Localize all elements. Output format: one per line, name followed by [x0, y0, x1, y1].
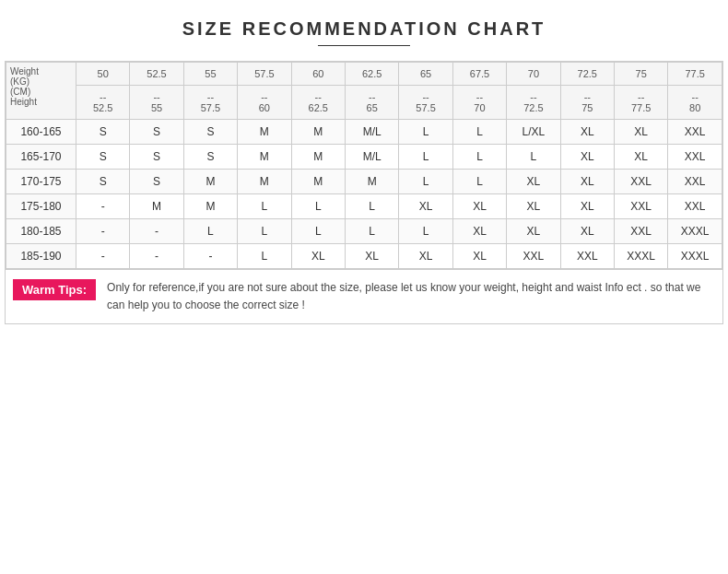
size-cell: L: [452, 145, 506, 170]
size-cell: L: [399, 170, 452, 194]
weight-col-4-top: 57.5: [238, 63, 291, 86]
title-divider: [318, 45, 410, 46]
weight-col-8-top: 67.5: [452, 63, 506, 86]
height-label: 185-190: [6, 244, 76, 269]
size-cell: XL: [399, 194, 452, 219]
size-cell: -: [76, 244, 129, 269]
header-row-2: --52.5 --55 --57.5 --60 --62.5 --65 --57…: [6, 86, 722, 120]
size-cell: S: [76, 170, 129, 194]
size-cell: XL: [615, 145, 668, 170]
weight-col-4-bottom: --60: [238, 86, 291, 120]
size-cell: L: [238, 244, 291, 269]
height-label: 180-185: [6, 219, 76, 244]
size-cell: M: [238, 170, 291, 194]
size-cell: M: [183, 170, 237, 194]
weight-col-6-bottom: --65: [345, 86, 398, 120]
corner-kg-label: (KG): [10, 76, 29, 87]
size-cell: -: [130, 244, 183, 269]
corner-cm-label: (CM): [10, 87, 30, 97]
table-row: 175-180-MMLLLXLXLXLXLXXLXXL: [6, 194, 722, 219]
table-row: 180-185--LLLLLXLXLXLXXLXXXL: [6, 219, 722, 244]
size-cell: -: [76, 194, 129, 219]
size-cell: L: [399, 219, 452, 244]
size-cell: XL: [560, 170, 614, 194]
size-cell: L: [238, 194, 291, 219]
size-cell: L: [507, 145, 560, 170]
weight-col-2-top: 52.5: [130, 63, 183, 86]
size-cell: M: [183, 194, 237, 219]
size-cell: M: [130, 194, 183, 219]
table-row: 160-165SSSMMM/LLLL/XLXLXLXXL: [6, 120, 722, 145]
size-cell: XXL: [615, 219, 668, 244]
size-cell: XL: [560, 219, 614, 244]
size-cell: XXL: [668, 170, 722, 194]
weight-col-3-top: 55: [183, 63, 237, 86]
size-cell: XXL: [668, 145, 722, 170]
page-title: SIZE RECOMMENDATION CHART: [182, 18, 546, 40]
header-row-1: Weight (KG) (CM) Height 50 52.5 55 57.5 …: [6, 63, 722, 86]
size-cell: L: [238, 219, 291, 244]
weight-col-12-bottom: --80: [668, 86, 722, 120]
size-cell: L: [345, 219, 398, 244]
size-cell: L: [452, 120, 506, 145]
corner-weight-label: Weight: [10, 66, 39, 76]
weight-col-9-bottom: --72.5: [507, 86, 560, 120]
size-cell: S: [130, 120, 183, 145]
size-cell: S: [76, 145, 129, 170]
size-cell: XXL: [668, 120, 722, 145]
weight-col-7-bottom: --57.5: [399, 86, 452, 120]
size-cell: -: [76, 219, 129, 244]
weight-col-1-top: 50: [76, 63, 129, 86]
height-label: 175-180: [6, 194, 76, 219]
size-cell: L: [291, 194, 345, 219]
size-cell: XXL: [668, 194, 722, 219]
size-cell: L: [399, 145, 452, 170]
size-cell: L: [345, 194, 398, 219]
size-cell: XL: [507, 219, 560, 244]
weight-col-7-top: 65: [399, 63, 452, 86]
size-cell: XXXL: [615, 244, 668, 269]
warm-tips-row: Warm Tips: Only for reference,if you are…: [5, 270, 723, 324]
weight-col-10-bottom: --75: [560, 86, 614, 120]
size-cell: M: [238, 145, 291, 170]
size-cell: M: [291, 170, 345, 194]
size-cell: XL: [452, 194, 506, 219]
size-cell: XL: [560, 145, 614, 170]
weight-col-10-top: 72.5: [560, 63, 614, 86]
size-cell: M: [238, 120, 291, 145]
size-cell: XL: [399, 244, 452, 269]
weight-col-11-top: 75: [615, 63, 668, 86]
size-cell: M: [291, 145, 345, 170]
size-cell: M: [291, 120, 345, 145]
weight-col-6-top: 62.5: [345, 63, 398, 86]
table-body: 160-165SSSMMM/LLLL/XLXLXLXXL165-170SSSMM…: [6, 120, 722, 269]
size-chart-table: Weight (KG) (CM) Height 50 52.5 55 57.5 …: [6, 62, 722, 269]
weight-col-11-bottom: --77.5: [615, 86, 668, 120]
height-label: 165-170: [6, 145, 76, 170]
size-cell: XL: [452, 244, 506, 269]
weight-col-5-top: 60: [291, 63, 345, 86]
weight-col-9-top: 70: [507, 63, 560, 86]
size-cell: S: [130, 145, 183, 170]
size-cell: L/XL: [507, 120, 560, 145]
size-cell: XXXL: [668, 244, 722, 269]
size-cell: M: [345, 170, 398, 194]
size-cell: XXL: [615, 170, 668, 194]
size-cell: S: [183, 145, 237, 170]
table-row: 170-175SSMMMMLLXLXLXXLXXL: [6, 170, 722, 194]
size-cell: S: [183, 120, 237, 145]
weight-col-8-bottom: --70: [452, 86, 506, 120]
table-row: 185-190---LXLXLXLXLXXLXXLXXXLXXXL: [6, 244, 722, 269]
size-cell: XL: [560, 194, 614, 219]
height-label: 170-175: [6, 170, 76, 194]
weight-col-1-bottom: --52.5: [76, 86, 129, 120]
size-cell: -: [183, 244, 237, 269]
size-cell: XXL: [560, 244, 614, 269]
warm-tips-text: Only for reference,if you are not sure a…: [107, 279, 715, 314]
size-cell: XL: [452, 219, 506, 244]
corner-height-label: Height: [10, 97, 37, 107]
size-cell: -: [130, 219, 183, 244]
size-cell: S: [76, 120, 129, 145]
height-label: 160-165: [6, 120, 76, 145]
weight-col-3-bottom: --57.5: [183, 86, 237, 120]
